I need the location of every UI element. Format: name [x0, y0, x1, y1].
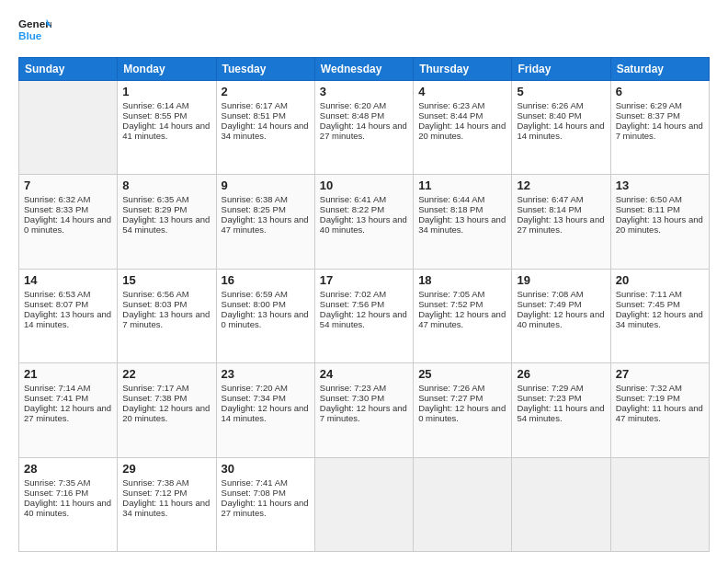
sunrise-text: Sunrise: 6:35 AM — [122, 194, 210, 204]
day-number: 7 — [24, 178, 112, 192]
daylight-text: Daylight: 12 hours and 54 minutes. — [320, 309, 408, 329]
calendar-cell — [314, 457, 413, 551]
day-number: 16 — [222, 273, 310, 287]
sunrise-text: Sunrise: 7:17 AM — [122, 383, 210, 393]
sunset-text: Sunset: 7:12 PM — [122, 488, 210, 498]
weekday-header-wednesday: Wednesday — [314, 58, 413, 81]
calendar-cell: 27Sunrise: 7:32 AMSunset: 7:19 PMDayligh… — [610, 363, 709, 457]
sunrise-text: Sunrise: 7:32 AM — [616, 383, 704, 393]
weekday-header-thursday: Thursday — [414, 58, 512, 81]
sunset-text: Sunset: 8:48 PM — [320, 110, 408, 121]
day-number: 4 — [418, 85, 506, 98]
sunset-text: Sunset: 8:07 PM — [24, 299, 112, 309]
daylight-text: Daylight: 11 hours and 54 minutes. — [517, 403, 605, 423]
day-number: 22 — [122, 367, 210, 381]
calendar-cell: 3Sunrise: 6:20 AMSunset: 8:48 PMDaylight… — [314, 81, 413, 175]
weekday-header-saturday: Saturday — [610, 58, 709, 81]
weekday-header-sunday: Sunday — [19, 58, 118, 81]
daylight-text: Daylight: 13 hours and 47 minutes. — [222, 214, 310, 235]
sunrise-text: Sunrise: 7:38 AM — [122, 477, 210, 488]
sunset-text: Sunset: 8:44 PM — [418, 110, 506, 121]
day-number: 21 — [24, 367, 112, 381]
calendar-cell: 16Sunrise: 6:59 AMSunset: 8:00 PMDayligh… — [216, 269, 314, 362]
day-number: 10 — [320, 178, 408, 192]
daylight-text: Daylight: 12 hours and 34 minutes. — [616, 309, 704, 329]
daylight-text: Daylight: 12 hours and 27 minutes. — [24, 403, 112, 423]
weekday-header-tuesday: Tuesday — [216, 58, 314, 81]
daylight-text: Daylight: 14 hours and 41 minutes. — [122, 121, 210, 141]
sunset-text: Sunset: 7:08 PM — [222, 488, 310, 498]
sunset-text: Sunset: 8:51 PM — [222, 110, 310, 121]
daylight-text: Daylight: 11 hours and 47 minutes. — [616, 403, 704, 423]
day-number: 8 — [122, 178, 210, 192]
calendar-cell: 10Sunrise: 6:41 AMSunset: 8:22 PMDayligh… — [314, 175, 413, 269]
calendar-cell: 21Sunrise: 7:14 AMSunset: 7:41 PMDayligh… — [19, 363, 118, 457]
weekday-header-row: SundayMondayTuesdayWednesdayThursdayFrid… — [19, 58, 710, 81]
calendar-cell: 28Sunrise: 7:35 AMSunset: 7:16 PMDayligh… — [19, 457, 118, 551]
weekday-header-monday: Monday — [118, 58, 216, 81]
day-number: 24 — [320, 367, 408, 381]
daylight-text: Daylight: 11 hours and 27 minutes. — [222, 498, 310, 518]
sunrise-text: Sunrise: 6:44 AM — [418, 194, 506, 204]
day-number: 3 — [320, 85, 408, 98]
sunset-text: Sunset: 7:23 PM — [517, 393, 605, 403]
header: GeneralBlue — [18, 15, 710, 48]
sunset-text: Sunset: 7:34 PM — [222, 393, 310, 403]
sunrise-text: Sunrise: 7:02 AM — [320, 289, 408, 299]
weekday-header-friday: Friday — [512, 58, 610, 81]
sunrise-text: Sunrise: 6:29 AM — [616, 100, 704, 110]
daylight-text: Daylight: 14 hours and 20 minutes. — [418, 121, 506, 141]
calendar-cell: 4Sunrise: 6:23 AMSunset: 8:44 PMDaylight… — [414, 81, 512, 175]
daylight-text: Daylight: 12 hours and 14 minutes. — [222, 403, 310, 423]
sunrise-text: Sunrise: 7:05 AM — [418, 289, 506, 299]
sunset-text: Sunset: 7:41 PM — [24, 393, 112, 403]
sunrise-text: Sunrise: 7:08 AM — [517, 289, 605, 299]
day-number: 20 — [616, 273, 704, 287]
calendar-cell: 8Sunrise: 6:35 AMSunset: 8:29 PMDaylight… — [118, 175, 216, 269]
day-number: 15 — [122, 273, 210, 287]
daylight-text: Daylight: 13 hours and 40 minutes. — [320, 214, 408, 235]
daylight-text: Daylight: 13 hours and 7 minutes. — [122, 309, 210, 329]
daylight-text: Daylight: 13 hours and 54 minutes. — [122, 214, 210, 235]
week-row-1: 1Sunrise: 6:14 AMSunset: 8:55 PMDaylight… — [19, 81, 710, 175]
calendar-cell: 26Sunrise: 7:29 AMSunset: 7:23 PMDayligh… — [512, 363, 610, 457]
sunset-text: Sunset: 7:52 PM — [418, 299, 506, 309]
calendar-cell — [512, 457, 610, 551]
sunrise-text: Sunrise: 6:50 AM — [616, 194, 704, 204]
sunrise-text: Sunrise: 6:41 AM — [320, 194, 408, 204]
week-row-3: 14Sunrise: 6:53 AMSunset: 8:07 PMDayligh… — [19, 269, 710, 362]
calendar-cell: 11Sunrise: 6:44 AMSunset: 8:18 PMDayligh… — [414, 175, 512, 269]
sunset-text: Sunset: 8:18 PM — [418, 204, 506, 214]
daylight-text: Daylight: 12 hours and 20 minutes. — [122, 403, 210, 423]
sunrise-text: Sunrise: 6:26 AM — [517, 100, 605, 110]
calendar-cell: 24Sunrise: 7:23 AMSunset: 7:30 PMDayligh… — [314, 363, 413, 457]
sunset-text: Sunset: 8:25 PM — [222, 204, 310, 214]
sunrise-text: Sunrise: 7:35 AM — [24, 477, 112, 488]
daylight-text: Daylight: 12 hours and 40 minutes. — [517, 309, 605, 329]
day-number: 2 — [222, 85, 310, 98]
sunset-text: Sunset: 8:14 PM — [517, 204, 605, 214]
daylight-text: Daylight: 13 hours and 14 minutes. — [24, 309, 112, 329]
calendar-cell: 30Sunrise: 7:41 AMSunset: 7:08 PMDayligh… — [216, 457, 314, 551]
calendar-cell: 17Sunrise: 7:02 AMSunset: 7:56 PMDayligh… — [314, 269, 413, 362]
daylight-text: Daylight: 11 hours and 40 minutes. — [24, 498, 112, 518]
daylight-text: Daylight: 12 hours and 0 minutes. — [418, 403, 506, 423]
calendar-cell: 20Sunrise: 7:11 AMSunset: 7:45 PMDayligh… — [610, 269, 709, 362]
sunrise-text: Sunrise: 6:17 AM — [222, 100, 310, 110]
calendar-cell — [610, 457, 709, 551]
sunset-text: Sunset: 7:16 PM — [24, 488, 112, 498]
calendar: SundayMondayTuesdayWednesdayThursdayFrid… — [18, 57, 710, 552]
sunrise-text: Sunrise: 7:14 AM — [24, 383, 112, 393]
day-number: 1 — [122, 85, 210, 98]
calendar-cell: 25Sunrise: 7:26 AMSunset: 7:27 PMDayligh… — [414, 363, 512, 457]
sunset-text: Sunset: 8:29 PM — [122, 204, 210, 214]
sunset-text: Sunset: 7:30 PM — [320, 393, 408, 403]
day-number: 9 — [222, 178, 310, 192]
calendar-cell: 29Sunrise: 7:38 AMSunset: 7:12 PMDayligh… — [118, 457, 216, 551]
calendar-cell: 23Sunrise: 7:20 AMSunset: 7:34 PMDayligh… — [216, 363, 314, 457]
daylight-text: Daylight: 14 hours and 27 minutes. — [320, 121, 408, 141]
daylight-text: Daylight: 12 hours and 7 minutes. — [320, 403, 408, 423]
sunrise-text: Sunrise: 6:47 AM — [517, 194, 605, 204]
calendar-cell: 7Sunrise: 6:32 AMSunset: 8:33 PMDaylight… — [19, 175, 118, 269]
day-number: 13 — [616, 178, 704, 192]
